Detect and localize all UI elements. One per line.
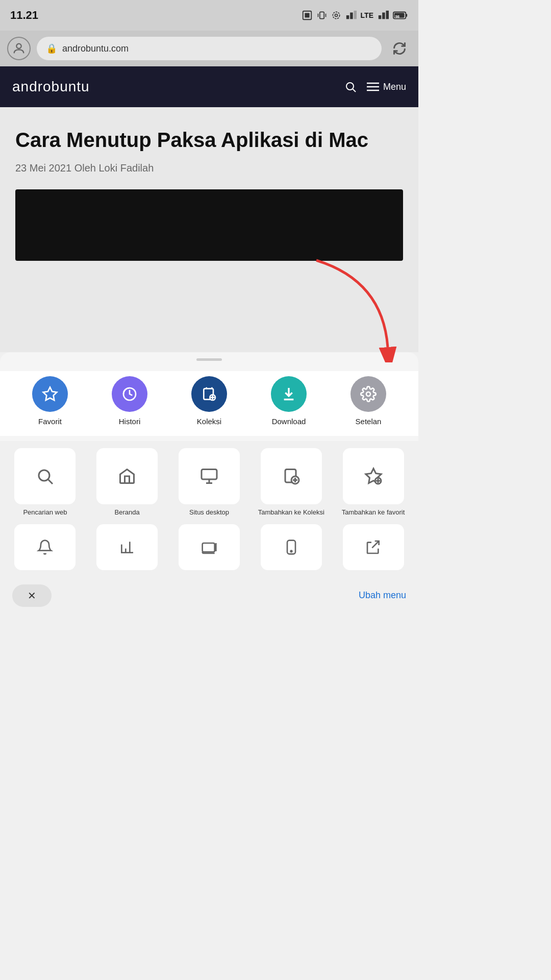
koleksi-action[interactable]: Koleksi (191, 376, 227, 426)
histori-action[interactable]: Histori (112, 376, 147, 426)
share-icon (365, 539, 382, 555)
vibrate-icon (317, 10, 327, 21)
sheet-handle (196, 358, 222, 361)
beranda-label: Beranda (115, 508, 140, 517)
menu-grid-row1: Pencarian web Beranda Situs desktop (0, 441, 418, 524)
collection-icon (201, 386, 217, 402)
grid-item-7[interactable] (89, 524, 165, 570)
svg-rect-1 (305, 13, 309, 17)
refresh-button[interactable] (388, 37, 411, 60)
koleksi-label: Koleksi (197, 417, 221, 426)
svg-rect-14 (406, 14, 407, 17)
close-button[interactable]: ✕ (12, 584, 52, 607)
svg-line-33 (48, 480, 53, 484)
home-icon (118, 467, 136, 485)
situs-desktop-label: Situs desktop (189, 508, 229, 517)
pencarian-web-item[interactable]: Pencarian web (7, 448, 83, 517)
download-action[interactable]: Download (271, 376, 307, 426)
tambahkan-koleksi-item[interactable]: Tambahkan ke Koleksi (253, 448, 329, 517)
grid-box-7 (96, 524, 158, 570)
lte-label: LTE (361, 11, 373, 19)
site-logo: androbuntu (12, 79, 90, 95)
red-arrow-indicator (301, 250, 403, 362)
svg-marker-24 (43, 387, 57, 400)
grid-box-8 (179, 524, 240, 570)
grid-item-9[interactable] (253, 524, 329, 570)
svg-marker-11 (382, 13, 385, 19)
svg-marker-7 (346, 15, 349, 19)
setelan-label: Setelan (356, 417, 382, 426)
lock-icon: 🔒 (46, 43, 57, 54)
beranda-box (96, 448, 158, 504)
histori-label: Histori (119, 417, 141, 426)
favorit-icon-circle (32, 376, 68, 412)
url-text: androbuntu.com (62, 43, 129, 54)
tambahkan-koleksi-label: Tambahkan ke Koleksi (258, 508, 324, 517)
article-meta: 23 Mei 2021 Oleh Loki Fadilah (15, 162, 403, 174)
bottom-actions: ✕ Ubah menu (0, 577, 418, 617)
setelan-action[interactable]: Setelan (350, 376, 386, 426)
menu-nav-item[interactable]: Menu (367, 82, 406, 92)
download-label: Download (272, 417, 306, 426)
setelan-icon-circle (350, 376, 386, 412)
status-icons: LTE 98 (302, 10, 408, 21)
svg-marker-12 (386, 11, 389, 19)
svg-marker-9 (354, 11, 357, 19)
grid-item-10[interactable] (335, 524, 411, 570)
histori-icon-circle (112, 376, 147, 412)
mobile-icon (283, 539, 299, 555)
ubah-menu-button[interactable]: Ubah menu (359, 590, 406, 601)
download-icon (281, 386, 297, 402)
svg-point-31 (366, 392, 370, 396)
svg-text:98: 98 (395, 14, 399, 19)
cast-icon (201, 539, 217, 555)
svg-point-32 (39, 470, 49, 481)
svg-point-5 (335, 14, 337, 17)
svg-point-17 (16, 44, 21, 48)
chart-icon (119, 539, 135, 555)
search2-icon (36, 467, 54, 485)
svg-rect-34 (202, 470, 217, 480)
svg-line-19 (353, 89, 356, 92)
status-time: 11.21 (10, 9, 38, 22)
tambahkan-favorit-item[interactable]: Tambahkan ke favorit (335, 448, 411, 517)
menu-grid-row2 (0, 524, 418, 577)
url-bar[interactable]: 🔒 androbuntu.com (37, 37, 382, 60)
svg-point-51 (290, 551, 292, 552)
svg-marker-10 (379, 15, 382, 19)
tambahkan-favorit-label: Tambahkan ke favorit (342, 508, 405, 517)
grid-item-6[interactable] (7, 524, 83, 570)
add-collection-icon (282, 467, 300, 485)
svg-rect-2 (319, 12, 323, 18)
situs-desktop-box (179, 448, 240, 504)
article-title: Cara Menutup Paksa Aplikasi di Mac (15, 128, 403, 152)
hamburger-icon (367, 82, 379, 91)
grid-item-8[interactable] (171, 524, 247, 570)
svg-marker-8 (350, 13, 353, 19)
signal2-icon (378, 10, 389, 21)
tambahkan-koleksi-box (261, 448, 322, 504)
status-bar: 11.21 LTE (0, 0, 418, 31)
tambahkan-favorit-box (343, 448, 404, 504)
search-nav-item[interactable] (344, 81, 357, 93)
grid-box-10 (343, 524, 404, 570)
battery-icon: 98 (393, 11, 408, 20)
favorit-action[interactable]: Favorit (32, 376, 68, 426)
favorit-label: Favorit (38, 417, 62, 426)
grid-box-9 (261, 524, 322, 570)
profile-avatar[interactable] (7, 37, 31, 60)
star-icon (42, 386, 58, 402)
pencarian-web-label: Pencarian web (23, 508, 67, 517)
bottom-sheet: Favorit Histori (0, 352, 418, 617)
history-icon (121, 386, 138, 402)
add-favorite-icon (364, 467, 383, 485)
beranda-item[interactable]: Beranda (89, 448, 165, 517)
signal-icon (345, 10, 357, 21)
download-icon-circle (271, 376, 307, 412)
screenshot-icon (302, 10, 313, 21)
quick-actions-row: Favorit Histori (0, 371, 418, 436)
notification-icon (37, 539, 53, 555)
svg-rect-49 (203, 543, 215, 552)
situs-desktop-item[interactable]: Situs desktop (171, 448, 247, 517)
koleksi-icon-circle (191, 376, 227, 412)
